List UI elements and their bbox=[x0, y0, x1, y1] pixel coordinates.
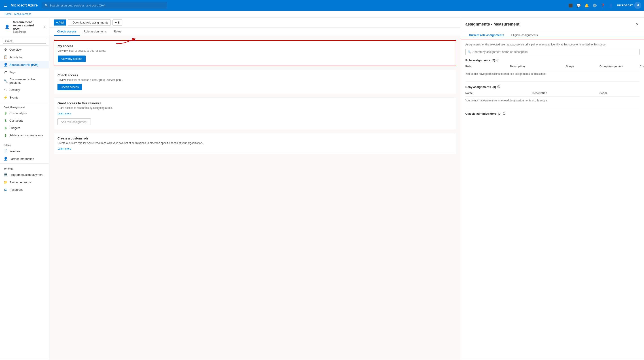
sidebar-divider-1 bbox=[0, 102, 49, 102]
my-access-card: My access View my level of access to thi… bbox=[54, 40, 456, 66]
panel-tab-current[interactable]: Current role assignments bbox=[465, 31, 508, 39]
sidebar-item-activity-log[interactable]: 📋 Activity log bbox=[0, 53, 49, 61]
panel-close-button[interactable]: ✕ bbox=[635, 21, 640, 27]
tab-role-assignments[interactable]: Role assignments bbox=[80, 28, 110, 36]
sidebar-item-budgets[interactable]: $ Budgets bbox=[0, 124, 49, 132]
col-deny-name: Name bbox=[465, 92, 532, 95]
resource-groups-icon: 📁 bbox=[4, 180, 8, 184]
sidebar-item-diagnose-label: Diagnose and solve problems bbox=[10, 78, 46, 84]
custom-role-desc: Create a custom role for Azure resources… bbox=[58, 141, 452, 145]
deny-assignments-count: (0) bbox=[492, 85, 496, 89]
col-description: Description bbox=[510, 65, 566, 68]
sidebar-collapse[interactable]: « bbox=[44, 25, 46, 29]
panel-search-icon: 🔍 bbox=[468, 50, 471, 54]
nav-icons: ⬛ 💬 🔔 ⚙️ ❓ 👤 bbox=[567, 2, 614, 9]
custom-role-card: Create a custom role Create a custom rol… bbox=[54, 133, 456, 154]
iam-content: My access View my level of access to thi… bbox=[49, 36, 461, 360]
add-role-assignment-button[interactable]: Add role assignment bbox=[58, 118, 91, 125]
hamburger-menu[interactable]: ☰ bbox=[3, 2, 8, 9]
avatar[interactable]: M bbox=[634, 2, 641, 9]
programmatic-icon: 💻 bbox=[4, 172, 8, 177]
sidebar-item-tags-label: Tags bbox=[10, 71, 16, 74]
check-access-button[interactable]: Check access bbox=[58, 84, 82, 90]
help-icon[interactable]: ❓ bbox=[599, 2, 606, 9]
sidebar: 👤 Measurement | Access control (IAM) Sub… bbox=[0, 18, 49, 360]
sidebar-item-advisor[interactable]: $ Advisor recommendations bbox=[0, 132, 49, 139]
deny-assignments-section-header: Deny assignments (0) ⓘ bbox=[465, 85, 640, 89]
custom-role-learn-more[interactable]: Learn more bbox=[58, 147, 71, 150]
panel-tab-eligible[interactable]: Eligible assignments bbox=[508, 31, 542, 39]
divider-1 bbox=[465, 81, 640, 82]
sidebar-item-diagnose[interactable]: 🔧 Diagnose and solve problems bbox=[0, 76, 49, 86]
role-assignments-info-icon[interactable]: ⓘ bbox=[496, 58, 499, 62]
grant-access-title: Grant access to this resource bbox=[58, 101, 452, 105]
portal-icon[interactable]: ⬛ bbox=[567, 2, 574, 9]
panel-search-container: 🔍 bbox=[465, 49, 640, 55]
divider-2 bbox=[465, 108, 640, 108]
breadcrumb-sep1: › bbox=[12, 13, 14, 16]
notifications-icon[interactable]: 🔔 bbox=[583, 2, 590, 9]
grant-access-desc: Grant access to resources by assigning a… bbox=[58, 106, 452, 109]
deny-table-header: Name Description Scope bbox=[465, 90, 640, 97]
user-info[interactable]: MICROSOFT M bbox=[617, 2, 642, 9]
feedback-icon[interactable]: 💬 bbox=[575, 2, 582, 9]
tags-icon: 🏷 bbox=[4, 70, 8, 74]
grant-access-learn-more[interactable]: Learn more bbox=[58, 112, 71, 115]
resource-name: Measurement | Access control (IAM) bbox=[13, 20, 41, 31]
sidebar-item-partner[interactable]: 👤 Partner information bbox=[0, 155, 49, 162]
sidebar-item-resources[interactable]: 🗂 Resources bbox=[0, 186, 49, 194]
global-search-input[interactable] bbox=[50, 4, 165, 7]
sidebar-item-programmatic[interactable]: 💻 Programmatic deployment bbox=[0, 171, 49, 178]
global-search[interactable]: 🔍 bbox=[42, 2, 167, 9]
role-assignments-count: (0) bbox=[492, 59, 495, 62]
download-role-assignments-button[interactable]: ↓ Download role assignments bbox=[68, 20, 111, 26]
breadcrumb: Home › Measurement bbox=[0, 11, 644, 18]
breadcrumb-home[interactable]: Home bbox=[4, 13, 12, 16]
panel-search-input[interactable] bbox=[472, 50, 637, 54]
add-button[interactable]: + Add bbox=[54, 20, 66, 26]
tab-check-access[interactable]: Check access bbox=[54, 28, 80, 36]
classic-admins-count: (0) bbox=[498, 112, 501, 115]
iam-toolbar: + Add ↓ Download role assignments ≡ E bbox=[49, 18, 461, 28]
deny-assignments-label: Deny assignments bbox=[465, 85, 491, 89]
deny-assignments-info-icon[interactable]: ⓘ bbox=[497, 85, 500, 89]
sidebar-item-overview[interactable]: ⊙ Overview bbox=[0, 46, 49, 53]
sidebar-search-input[interactable] bbox=[3, 38, 46, 44]
sidebar-divider-3 bbox=[0, 163, 49, 164]
resource-type: Subscription bbox=[13, 31, 41, 33]
invoices-icon: 📄 bbox=[4, 149, 8, 153]
col-condition: Condition bbox=[640, 65, 644, 68]
view-my-access-button[interactable]: View my access bbox=[58, 56, 86, 62]
iam-cards: My access View my level of access to thi… bbox=[54, 40, 456, 355]
sidebar-item-cost-analysis[interactable]: $ Cost analysis bbox=[0, 109, 49, 117]
sidebar-item-events[interactable]: ⚡ Events bbox=[0, 94, 49, 101]
top-navigation: ☰ Microsoft Azure 🔍 ⬛ 💬 🔔 ⚙️ ❓ 👤 MICROSO… bbox=[0, 0, 644, 11]
col-group-assignment: Group assignment bbox=[600, 65, 640, 68]
overview-icon: ⊙ bbox=[4, 48, 8, 52]
diagnose-icon: 🔧 bbox=[4, 79, 8, 83]
sidebar-item-tags[interactable]: 🏷 Tags bbox=[0, 69, 49, 76]
resources-icon: 🗂 bbox=[4, 188, 8, 192]
role-assignments-label: Role assignments bbox=[465, 59, 490, 62]
sidebar-search-container bbox=[0, 36, 49, 46]
security-icon: 🛡 bbox=[4, 88, 8, 92]
sidebar-item-iam[interactable]: 👤 Access control (IAM) bbox=[0, 61, 49, 69]
edit-columns-button[interactable]: ≡ E bbox=[112, 20, 122, 26]
sidebar-item-activity-label: Activity log bbox=[10, 56, 23, 59]
sidebar-item-cost-alerts[interactable]: $ Cost alerts bbox=[0, 117, 49, 124]
activity-log-icon: 📋 bbox=[4, 55, 8, 59]
panel-header: assignments - Measurement ✕ bbox=[461, 18, 644, 31]
cost-management-section: Cost Management bbox=[0, 103, 49, 109]
classic-admins-info-icon[interactable]: ⓘ bbox=[503, 112, 505, 115]
settings-icon[interactable]: ⚙️ bbox=[591, 2, 598, 9]
deny-assignments-empty: You do not have permissions to read deny… bbox=[465, 97, 640, 104]
role-assignments-section-header: Role assignments (0) ⓘ bbox=[465, 58, 640, 62]
breadcrumb-resource[interactable]: Measurement bbox=[14, 13, 31, 16]
sidebar-item-resource-groups[interactable]: 📁 Resource groups bbox=[0, 178, 49, 186]
tab-roles[interactable]: Roles bbox=[110, 28, 125, 36]
panel-description: Assignments for the selected user, group… bbox=[465, 43, 640, 46]
settings-section: Settings bbox=[0, 164, 49, 171]
sidebar-item-security[interactable]: 🛡 Security bbox=[0, 86, 49, 94]
sidebar-item-invoices[interactable]: 📄 Invoices bbox=[0, 147, 49, 155]
user-menu-icon[interactable]: 👤 bbox=[607, 2, 614, 9]
